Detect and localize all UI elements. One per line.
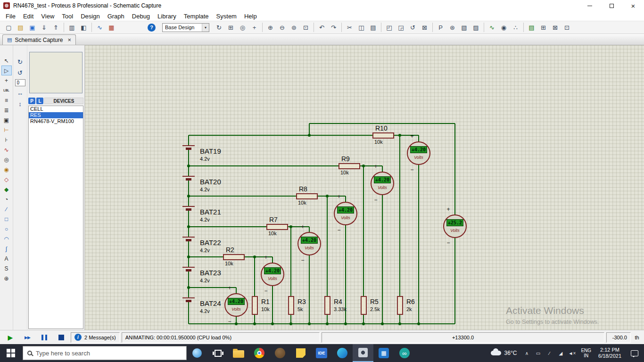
action-center-button[interactable] [625,344,644,362]
taskbar-search[interactable] [23,346,187,360]
voltage-probe-mode[interactable]: ◇ [1,174,12,184]
toggle-grid-button[interactable]: ⊞ [225,23,236,32]
taskbar-app-paw[interactable] [270,344,290,362]
zoom-all-button[interactable]: ⊚ [289,23,299,32]
junction-dot-mode[interactable]: + [1,75,12,85]
resistor-R1[interactable] [252,296,258,315]
step-simulation-button[interactable]: ▶▶ [19,332,36,343]
device-item-cell[interactable]: CELL [29,106,83,112]
wire-segment[interactable] [309,123,455,124]
library-manager-button[interactable]: L [36,98,43,104]
taskbar-app-infinity[interactable]: ∞ [394,344,415,362]
tray-pen-icon[interactable]: ∕ [544,344,555,362]
terminals-mode[interactable]: ⊢ [1,125,12,135]
wire-label-mode[interactable]: LBL [1,85,12,95]
tab-schematic-capture[interactable]: ▤ Schematic Capture × [2,34,76,45]
resistor-R7[interactable] [266,224,288,230]
resistor-R6[interactable] [397,296,403,315]
rotate-clockwise-button[interactable]: ↻ [16,58,25,66]
pick-devices-button[interactable]: P [28,98,35,104]
menu-debug[interactable]: Debug [128,12,154,21]
design-selector[interactable]: Base Design ▾ [162,23,209,32]
print-design-button[interactable]: ▥ [66,23,77,32]
zoom-area-button[interactable]: ⊡ [300,23,311,32]
taskbar-app-chrome[interactable] [249,344,270,362]
block-copy-button[interactable]: ◰ [384,23,395,32]
paste-button[interactable]: ▤ [368,23,379,32]
2d-path-mode[interactable]: ∫ [1,244,12,254]
menu-design[interactable]: Design [77,12,103,21]
graph-mode[interactable]: ∿ [1,145,12,155]
voltmeter-7[interactable]: +25.2Volts [443,214,467,238]
voltmeter-1[interactable]: +4.20Volts [407,141,430,165]
resistor-R8[interactable] [296,193,318,199]
current-probe-mode[interactable]: ◆ [1,184,12,194]
buses-mode[interactable]: ≣ [1,105,12,115]
taskbar-app-sticky-notes[interactable] [290,344,311,362]
rotation-angle-input[interactable] [15,79,25,86]
pick-parts-button[interactable]: P [435,23,446,32]
voltmeter-6[interactable]: +4.20Volts [224,293,248,317]
maximize-button[interactable] [601,0,622,11]
text-script-mode[interactable]: ≡ [1,95,12,105]
message-panel[interactable]: i 2 Message(s) [71,332,120,343]
property-assignment-button[interactable]: ∴ [510,23,521,32]
battery-BAT23[interactable] [182,265,195,273]
wire-segment[interactable] [399,135,400,324]
cortana-button[interactable] [187,344,207,362]
search-input[interactable] [36,350,182,357]
selection-mode[interactable]: ↖ [1,56,12,66]
undo-button[interactable]: ↶ [316,23,327,32]
battery-BAT19[interactable] [182,144,195,151]
wire-segment[interactable] [188,135,189,324]
mirror-horizontal-button[interactable]: ↔ [16,89,25,97]
make-device-button[interactable]: ⊛ [447,23,458,32]
stop-simulation-button[interactable] [53,332,70,343]
battery-BAT21[interactable] [182,205,195,212]
resistor-R3[interactable] [288,296,294,315]
tray-monitor-icon[interactable]: ▭ [532,344,544,362]
battery-BAT22[interactable] [182,235,195,243]
menu-help[interactable]: Help [240,12,261,21]
2d-box-mode[interactable]: □ [1,214,12,224]
taskbar-clock[interactable]: 2:12 PM 6/18/2021 [594,347,625,359]
voltmeter-2[interactable]: +4.20Volts [371,172,394,195]
tray-network-icon[interactable]: ◢ [555,344,566,362]
2d-text-mode[interactable]: A [1,254,12,263]
open-design-button[interactable]: ▤ [15,23,26,32]
voltmeter-5[interactable]: +4.20Volts [261,263,284,286]
tray-volume-muted-icon[interactable]: ◄× [566,344,578,362]
cut-button[interactable]: ✂ [344,23,355,32]
subcircuit-mode[interactable]: ▣ [1,115,12,125]
battery-BAT20[interactable] [182,174,195,182]
2d-symbol-mode[interactable]: S [1,263,12,273]
menu-file[interactable]: File [2,12,19,21]
menu-system[interactable]: System [213,12,240,21]
resistor-R10[interactable] [372,132,394,139]
resistor-R9[interactable] [339,163,360,169]
center-at-cursor-button[interactable]: + [249,23,260,32]
taskbar-app-proteus-active[interactable] [353,344,373,362]
packaging-tool-button[interactable]: ▧ [459,23,470,32]
start-button[interactable] [0,344,22,362]
task-view-button[interactable] [207,344,228,362]
help-button[interactable]: ? [148,24,156,32]
overview-minimap[interactable] [29,52,83,93]
device-item-rn4678-v_rm100[interactable]: RN4678-V_RM100 [29,118,83,124]
import-section-button[interactable]: ⇓ [39,23,50,32]
schematic-capture-view-button[interactable]: ∿ [94,23,105,32]
block-delete-button[interactable]: ⊠ [419,23,430,32]
menu-tool[interactable]: Tool [58,12,77,21]
virtual-instruments-mode[interactable]: ◔ [1,194,12,204]
weather-widget[interactable]: 36°C [487,350,521,356]
2d-markers-mode[interactable]: ⊕ [1,273,12,283]
taskbar-app-file-explorer[interactable] [228,344,249,362]
pcb-layout-view-button[interactable]: ▦ [106,23,117,32]
block-move-button[interactable]: ◲ [396,23,406,32]
wire-segment[interactable] [189,196,346,197]
2d-circle-mode[interactable]: ○ [1,224,12,234]
menu-view[interactable]: View [37,12,58,21]
device-pins-mode[interactable]: ⊦ [1,135,12,145]
taskbar-app-calculator[interactable]: ▦ [373,344,394,362]
taskbar-app-ide[interactable]: IDE [311,344,332,362]
